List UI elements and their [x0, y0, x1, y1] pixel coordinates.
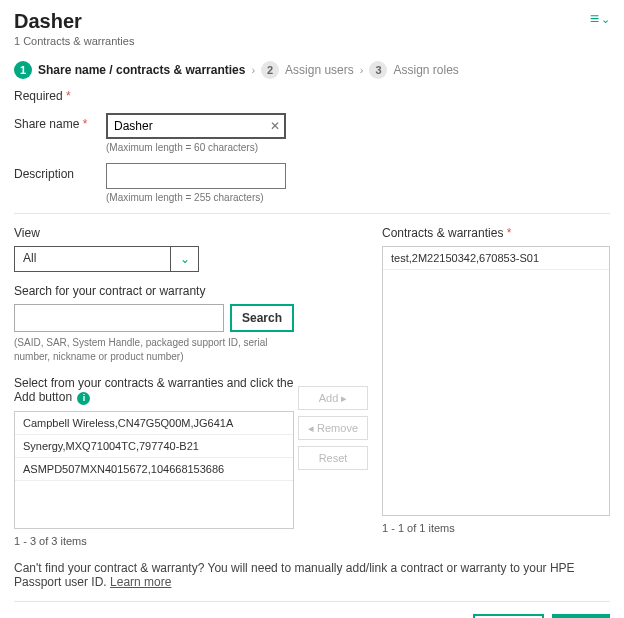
- required-label: Required *: [14, 89, 610, 103]
- page-title: Dasher: [14, 10, 134, 33]
- share-name-label: Share name *: [14, 113, 106, 131]
- footer-actions: Cancel Next: [14, 601, 610, 619]
- left-count: 1 - 3 of 3 items: [14, 535, 294, 547]
- available-list[interactable]: Campbell Wireless,CN47G5Q00M,JG641A Syne…: [14, 411, 294, 529]
- transfer-buttons: Add ▸ ◂ Remove Reset: [298, 226, 368, 547]
- chevron-right-icon: ›: [251, 64, 255, 76]
- info-icon[interactable]: i: [77, 392, 90, 405]
- list-item[interactable]: ASMPD507MXN4015672,104668153686: [15, 458, 293, 481]
- step-3-badge[interactable]: 3: [369, 61, 387, 79]
- right-panel: Contracts & warranties * test,2M22150342…: [382, 226, 610, 547]
- help-text: Can't find your contract & warranty? You…: [14, 561, 610, 589]
- step-2-label[interactable]: Assign users: [285, 63, 354, 77]
- search-button[interactable]: Search: [230, 304, 294, 332]
- learn-more-link[interactable]: Learn more: [110, 575, 171, 589]
- select-label: Select from your contracts & warranties …: [14, 376, 294, 405]
- share-name-hint: (Maximum length = 60 characters): [106, 142, 286, 153]
- description-row: Description (Maximum length = 255 charac…: [14, 163, 610, 203]
- remove-button[interactable]: ◂ Remove: [298, 416, 368, 440]
- view-value: All: [15, 247, 170, 271]
- title-block: Dasher 1 Contracts & warranties: [14, 10, 134, 47]
- step-3-label[interactable]: Assign roles: [393, 63, 458, 77]
- step-1-badge: 1: [14, 61, 32, 79]
- chevron-down-icon[interactable]: ⌄: [170, 247, 198, 271]
- search-hint: (SAID, SAR, System Handle, packaged supp…: [14, 336, 294, 364]
- next-button[interactable]: Next: [552, 614, 610, 619]
- description-label: Description: [14, 163, 106, 181]
- share-name-input[interactable]: [106, 113, 286, 139]
- wizard-steps: 1 Share name / contracts & warranties › …: [14, 61, 610, 79]
- page-header: Dasher 1 Contracts & warranties ≡ ⌄: [14, 10, 610, 47]
- description-input[interactable]: [106, 163, 286, 189]
- view-select[interactable]: All ⌄: [14, 246, 199, 272]
- chevron-right-icon: ›: [360, 64, 364, 76]
- add-button[interactable]: Add ▸: [298, 386, 368, 410]
- list-item[interactable]: Synergy,MXQ71004TC,797740-B21: [15, 435, 293, 458]
- list-item[interactable]: test,2M22150342,670853-S01: [383, 247, 609, 270]
- left-panel: View All ⌄ Search for your contract or w…: [14, 226, 294, 547]
- required-asterisk: *: [66, 89, 71, 103]
- search-label: Search for your contract or warranty: [14, 284, 294, 298]
- right-count: 1 - 1 of 1 items: [382, 522, 610, 534]
- hamburger-icon: ≡: [590, 10, 599, 28]
- search-input[interactable]: [14, 304, 224, 332]
- chevron-down-icon: ⌄: [601, 13, 610, 26]
- dual-list: View All ⌄ Search for your contract or w…: [14, 226, 610, 547]
- view-label: View: [14, 226, 294, 240]
- share-name-row: Share name * ✕ (Maximum length = 60 char…: [14, 113, 610, 153]
- selected-title: Contracts & warranties *: [382, 226, 610, 240]
- cancel-button[interactable]: Cancel: [473, 614, 544, 619]
- search-row: Search: [14, 304, 294, 332]
- clear-icon[interactable]: ✕: [270, 119, 280, 133]
- step-2-badge[interactable]: 2: [261, 61, 279, 79]
- step-1-label: Share name / contracts & warranties: [38, 63, 245, 77]
- reset-button[interactable]: Reset: [298, 446, 368, 470]
- menu-button[interactable]: ≡ ⌄: [590, 10, 610, 28]
- selected-list[interactable]: test,2M22150342,670853-S01: [382, 246, 610, 516]
- page-subtitle: 1 Contracts & warranties: [14, 35, 134, 47]
- list-item[interactable]: Campbell Wireless,CN47G5Q00M,JG641A: [15, 412, 293, 435]
- description-hint: (Maximum length = 255 characters): [106, 192, 286, 203]
- divider: [14, 213, 610, 214]
